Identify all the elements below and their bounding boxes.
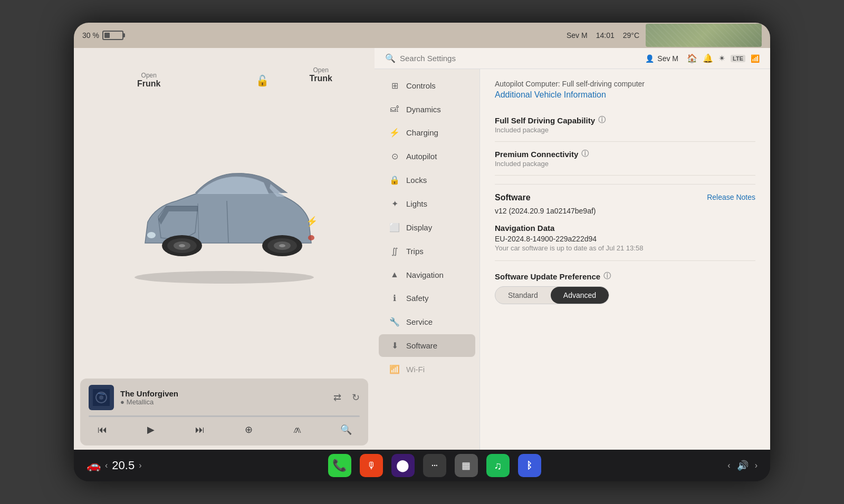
nav-label-trips: Trips [406,247,424,256]
update-preference-section: Software Update Preference ⓘ Standard Ad… [495,272,755,304]
software-icon: ⬇ [389,341,400,351]
svg-text:⚡: ⚡ [306,216,318,227]
nav-item-charging[interactable]: ⚡ Charging [379,121,475,144]
nav-label-controls: Controls [406,81,436,90]
map-thumbnail[interactable] [646,24,762,47]
search-music-button[interactable]: 🔍 [337,420,356,439]
premium-conn-info-icon[interactable]: ⓘ [581,149,589,159]
nav-item-safety[interactable]: ℹ Safety [379,287,475,309]
track-artist: ● Metallica [120,398,327,406]
safety-icon: ℹ [389,293,400,303]
right-arrow[interactable]: › [139,461,141,470]
equalizer-button[interactable]: ⩕ [288,420,307,439]
dock-phone[interactable]: 📞 [328,454,351,477]
premium-conn-title: Premium Connectivity ⓘ [495,149,755,159]
dock: 📞 🎙 ⬤ ··· ▦ ♫ ᛒ [328,454,541,477]
trunk-open-text: Open [309,66,332,74]
left-arrow[interactable]: ‹ [105,461,108,470]
frunk-main-label: Frunk [137,79,160,89]
spotify-icon: ♫ [494,460,502,472]
standard-update-button[interactable]: Standard [495,287,551,304]
nav-item-autopilot[interactable]: ⊙ Autopilot [379,145,475,168]
dock-apps[interactable]: ··· [423,454,446,477]
section-divider-2 [495,260,755,261]
update-pref-info-icon[interactable]: ⓘ [603,272,611,281]
shuffle-icon[interactable]: ⇄ [333,392,341,403]
additional-vehicle-info-link[interactable]: Additional Vehicle Information [495,90,606,99]
premium-conn-row: Premium Connectivity ⓘ Included package [495,142,755,176]
update-preference-toggle: Standard Advanced [495,286,609,304]
nav-item-service[interactable]: 🔧 Service [379,311,475,333]
nav-item-trips[interactable]: ∬ Trips [379,240,475,263]
user-display-name: Sev M [657,54,678,63]
next-track-button[interactable]: ⏭ [190,420,209,439]
nav-label-display: Display [406,223,432,232]
user-icon: 👤 [645,54,654,63]
prev-track-button[interactable]: ⏮ [93,420,112,439]
dock-music[interactable]: 🎙 [360,454,383,477]
nav-item-dynamics[interactable]: 🛋 Dynamics [379,98,475,120]
search-icon: 🔍 [385,53,396,63]
prev-arrow[interactable]: ‹ [727,461,730,470]
service-icon: 🔧 [389,317,400,327]
nav-menu: ⊞ Controls 🛋 Dynamics ⚡ Charging ⊙ Autop… [375,69,480,450]
status-bar-left: 30 % [82,31,560,40]
nav-label-autopilot: Autopilot [406,152,437,161]
dock-bluetooth[interactable]: ᛒ [518,454,541,477]
music-top: The Unforgiven ● Metallica ⇄ ↻ [89,385,360,410]
nav-item-lights[interactable]: ✦ Lights [379,192,475,215]
track-info: The Unforgiven ● Metallica [120,389,327,406]
progress-bar [89,415,360,417]
dock-media[interactable]: ⬤ [391,454,415,477]
fsd-title-text: Full Self Driving Capability [495,116,595,125]
card-icon: ▦ [462,460,471,471]
nav-data-status: Your car software is up to date as of Ju… [495,244,755,252]
track-name: The Unforgiven [120,389,327,398]
nav-item-locks[interactable]: 🔒 Locks [379,169,475,191]
nav-item-navigation[interactable]: ▲ Navigation [379,264,475,286]
lock-icon: 🔓 [256,74,269,87]
content-header: Autopilot Computer: Full self-driving co… [495,80,755,100]
nav-label-dynamics: Dynamics [406,105,441,114]
main-content: Open Frunk Open Trunk 🔓 [74,48,770,450]
mileage-display: 20.5 [112,459,135,472]
update-pref-title: Software Update Preference ⓘ [495,272,755,281]
music-player: The Unforgiven ● Metallica ⇄ ↻ ⏮ ▶ ⏭ ⊕ [80,379,368,445]
navigation-data-section: Navigation Data EU-2024.8-14900-229a222d… [495,224,755,252]
nav-item-controls[interactable]: ⊞ Controls [379,74,475,97]
fsd-info-icon[interactable]: ⓘ [598,115,606,125]
add-button[interactable]: ⊕ [239,420,258,439]
svg-point-13 [308,235,314,240]
repeat-icon[interactable]: ↻ [352,392,360,403]
svg-point-12 [147,232,156,238]
play-button[interactable]: ▶ [141,420,160,439]
locks-icon: 🔒 [389,175,400,185]
lte-badge: LTE [731,55,745,62]
fsd-subtitle: Included package [495,126,755,134]
music-controls: ⏮ ▶ ⏭ ⊕ ⩕ 🔍 [89,420,360,439]
status-temp: 29°C [623,31,639,40]
nav-item-software[interactable]: ⬇ Software [379,334,475,357]
apps-icon: ··· [431,461,438,470]
svg-point-10 [279,244,285,247]
nav-label-charging: Charging [406,128,438,137]
dock-card[interactable]: ▦ [455,454,478,477]
release-notes-link[interactable]: Release Notes [707,193,755,201]
dynamics-icon: 🛋 [389,104,400,114]
search-input[interactable] [400,54,645,63]
next-arrow[interactable]: › [755,461,757,470]
status-bar: 30 % Sev M 14:01 29°C [74,23,770,48]
status-bar-center: Sev M 14:01 29°C [567,31,639,40]
nav-label-service: Service [406,317,433,326]
frunk-label: Open Frunk [137,72,160,89]
nav-label-safety: Safety [406,294,429,303]
nav-data-value: EU-2024.8-14900-229a222d94 [495,235,755,243]
svg-point-0 [135,271,314,284]
nav-item-wifi[interactable]: 📶 Wi-Fi [379,358,475,381]
display-icon: ⬜ [389,222,400,232]
nav-label-locks: Locks [406,176,427,185]
dock-spotify[interactable]: ♫ [486,454,510,477]
nav-item-display[interactable]: ⬜ Display [379,216,475,239]
bell-icon: 🔔 [703,53,713,63]
advanced-update-button[interactable]: Advanced [551,287,609,304]
